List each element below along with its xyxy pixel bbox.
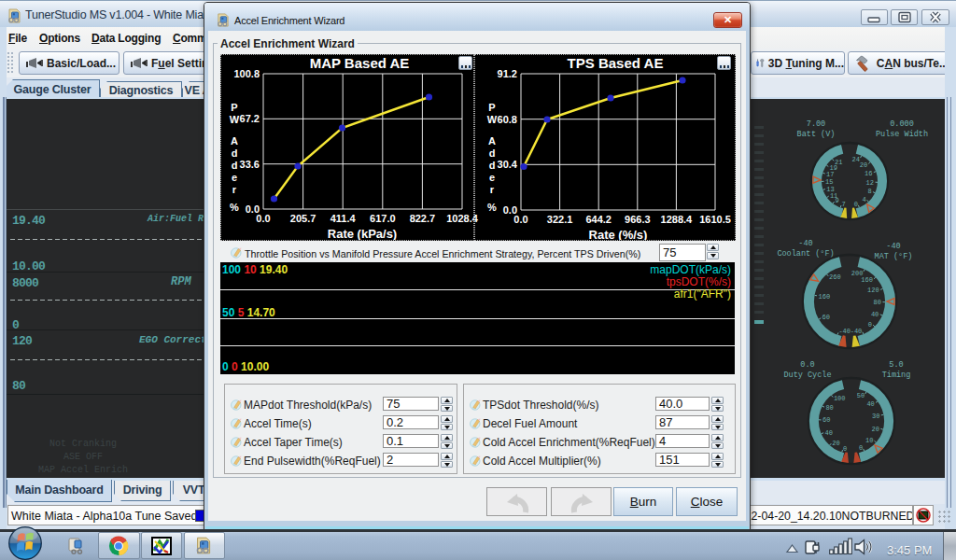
svg-text:%: %: [230, 202, 239, 213]
svg-text:21: 21: [835, 159, 842, 166]
svg-text:7: 7: [842, 201, 846, 208]
svg-text:Rate (%/s): Rate (%/s): [589, 228, 648, 240]
svg-text:966.3: 966.3: [625, 214, 651, 225]
svg-text:Coolant (°F): Coolant (°F): [777, 249, 834, 259]
svg-text:205.7: 205.7: [290, 213, 316, 224]
svg-text:50: 50: [857, 392, 865, 399]
svg-text:1288.4: 1288.4: [661, 214, 694, 225]
svg-text:20: 20: [871, 426, 879, 433]
svg-text:322.1: 322.1: [547, 214, 573, 225]
svg-text:100.8: 100.8: [233, 68, 260, 79]
svg-text:d: d: [232, 147, 238, 159]
svg-text:0.0: 0.0: [256, 213, 270, 224]
svg-text:Rate (kPa/s): Rate (kPa/s): [328, 227, 397, 240]
svg-text:20: 20: [860, 161, 867, 169]
svg-text:MAT (°F): MAT (°F): [875, 252, 913, 261]
svg-text:Pulse Width: Pulse Width: [876, 130, 928, 139]
svg-text:1610.5: 1610.5: [699, 214, 731, 225]
svg-text:W: W: [487, 114, 498, 125]
svg-text:r: r: [232, 184, 237, 195]
svg-text:d: d: [489, 160, 496, 171]
svg-text:e: e: [232, 172, 237, 183]
svg-text:-40: -40: [838, 328, 851, 335]
svg-text:617.0: 617.0: [370, 213, 396, 224]
svg-text:-40: -40: [851, 328, 863, 335]
svg-text:67.2: 67.2: [240, 113, 260, 124]
svg-text:160: 160: [861, 276, 873, 284]
svg-text:33.6: 33.6: [240, 159, 260, 170]
svg-text:%: %: [487, 202, 497, 213]
svg-text:40: 40: [871, 311, 879, 318]
svg-text:0.000: 0.000: [890, 119, 914, 129]
svg-text:Batt (V): Batt (V): [797, 130, 836, 139]
svg-text:160: 160: [819, 293, 831, 301]
svg-text:12: 12: [866, 179, 874, 187]
svg-text:100: 100: [834, 395, 846, 402]
svg-text:0: 0: [868, 321, 872, 329]
svg-text:40: 40: [866, 400, 874, 408]
svg-text:11: 11: [830, 192, 837, 200]
svg-text:80: 80: [874, 299, 881, 306]
svg-text:411.4: 411.4: [330, 213, 357, 224]
svg-text:120: 120: [867, 287, 879, 294]
svg-text:e: e: [489, 172, 495, 183]
svg-text:0: 0: [854, 201, 858, 208]
svg-text:30: 30: [872, 413, 879, 420]
svg-text:40: 40: [825, 429, 833, 437]
svg-text:5.0: 5.0: [889, 360, 903, 370]
svg-text:17: 17: [826, 171, 834, 178]
svg-text:20: 20: [832, 440, 839, 447]
svg-text:24: 24: [852, 156, 860, 163]
svg-text:60.8: 60.8: [498, 114, 517, 125]
svg-text:91.2: 91.2: [498, 68, 517, 79]
svg-text:Timing: Timing: [882, 371, 911, 380]
svg-text:13: 13: [826, 186, 834, 193]
svg-text:60: 60: [822, 416, 830, 424]
svg-text:822.7: 822.7: [410, 213, 436, 224]
svg-text:P: P: [231, 102, 237, 113]
svg-text:-40: -40: [886, 242, 900, 251]
svg-text:A: A: [488, 135, 496, 147]
svg-text:d: d: [232, 160, 238, 171]
svg-text:10: 10: [865, 437, 873, 444]
svg-text:-40: -40: [798, 239, 812, 248]
svg-text:d: d: [489, 147, 496, 159]
svg-text:P: P: [488, 102, 495, 113]
svg-text:644.2: 644.2: [585, 214, 612, 225]
svg-text:W: W: [230, 114, 240, 125]
svg-text:60: 60: [822, 314, 830, 321]
svg-text:TPS Based AE: TPS Based AE: [568, 55, 664, 71]
svg-text:MAP Based AE: MAP Based AE: [310, 55, 410, 71]
svg-text:15: 15: [825, 178, 833, 186]
svg-text:Duty Cycle: Duty Cycle: [783, 371, 831, 380]
svg-text:0: 0: [843, 445, 847, 453]
svg-text:r: r: [490, 184, 495, 195]
svg-text:0.0: 0.0: [513, 214, 527, 225]
svg-text:80: 80: [825, 404, 833, 412]
svg-text:A: A: [231, 135, 238, 147]
svg-text:8: 8: [867, 188, 871, 195]
svg-text:4: 4: [862, 196, 865, 203]
svg-text:260: 260: [829, 273, 841, 281]
svg-text:0.0: 0.0: [800, 360, 814, 370]
svg-text:16: 16: [865, 170, 872, 177]
svg-text:30.4: 30.4: [498, 159, 518, 170]
svg-text:0: 0: [859, 444, 863, 452]
svg-text:7.00: 7.00: [807, 119, 825, 129]
